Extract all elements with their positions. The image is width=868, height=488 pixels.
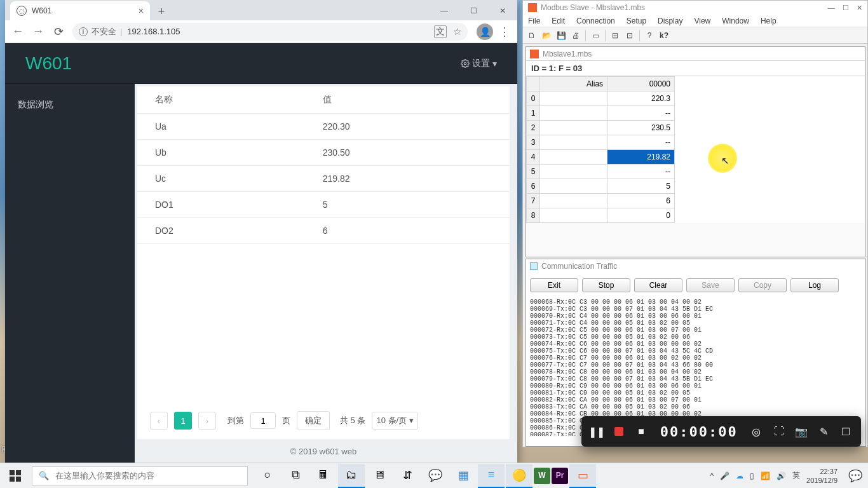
exit-button[interactable]: Exit — [530, 278, 578, 292]
gallery-icon[interactable]: ▦ — [450, 464, 477, 488]
grid-row-selected[interactable]: 4219.82 — [527, 150, 675, 165]
help-icon[interactable]: k? — [658, 29, 670, 42]
calculator-icon[interactable]: 🖩 — [310, 464, 337, 488]
close-tab-icon[interactable]: × — [139, 6, 144, 16]
menu-window[interactable]: Window — [722, 17, 749, 25]
settings-dropdown[interactable]: 设置 ▾ — [461, 58, 497, 69]
app-icon-2[interactable]: ⇵ — [394, 464, 421, 488]
camera-icon[interactable]: 📷 — [791, 419, 811, 444]
grid-row[interactable]: 1-- — [527, 106, 675, 121]
window-maximize[interactable]: ☐ — [459, 1, 488, 20]
page-next[interactable]: › — [198, 412, 216, 430]
total-count: 共 5 条 — [340, 415, 365, 426]
profile-avatar[interactable]: 👤 — [477, 24, 493, 40]
tool2-icon[interactable]: ⊡ — [623, 29, 636, 42]
clear-button[interactable]: Clear — [634, 278, 682, 292]
window-maximize[interactable]: ☐ — [843, 4, 849, 12]
app-icon-1[interactable]: 🖥 — [366, 464, 393, 488]
taskbar-search[interactable]: 🔍 在这里输入你要搜索的内容 — [32, 466, 248, 485]
per-page-select[interactable]: 10 条/页 ▾ — [372, 412, 417, 430]
grid-row[interactable]: 3-- — [527, 135, 675, 150]
cortana-icon[interactable]: ○ — [254, 464, 281, 488]
window-close[interactable]: ✕ — [857, 4, 862, 12]
reload-button[interactable]: ⟳ — [50, 23, 67, 41]
back-button[interactable]: ← — [9, 23, 27, 41]
new-icon[interactable]: 🗋 — [526, 29, 538, 42]
menu-display[interactable]: Display — [658, 17, 682, 25]
system-tray: ^ 🎤 ☁ ▯ 📶 🔊 英 22:37 2019/12/9 — [705, 467, 843, 485]
menu-setup[interactable]: Setup — [627, 17, 646, 25]
window-minimize[interactable]: — — [430, 1, 459, 20]
modbus-task-icon[interactable]: ▭ — [569, 464, 596, 488]
tool-icon[interactable]: ⊟ — [609, 29, 621, 42]
target-icon[interactable]: ◎ — [747, 419, 766, 444]
pause-icon[interactable]: ❚❚ — [587, 419, 606, 444]
menu-view[interactable]: View — [694, 17, 710, 25]
tray-expand-icon[interactable]: ^ — [710, 471, 714, 480]
goto-page-input[interactable] — [250, 412, 276, 429]
open-icon[interactable]: 📂 — [540, 29, 553, 42]
wifi-icon[interactable]: 📶 — [761, 471, 770, 480]
stop-icon[interactable]: ■ — [632, 419, 651, 444]
notification-center-icon[interactable]: 💬 — [843, 463, 868, 489]
goto-confirm-button[interactable]: 确定 — [297, 411, 330, 430]
window-minimize[interactable]: — — [828, 4, 835, 12]
gear-icon — [461, 59, 470, 68]
menu-help[interactable]: Help — [761, 17, 776, 25]
register-grid[interactable]: Alias00000 0220.3 1-- 2230.5 3-- 4219.82… — [526, 76, 865, 223]
stop-button[interactable]: Stop — [582, 278, 630, 292]
cell-value: 230.50 — [305, 140, 510, 166]
menu-connection[interactable]: Connection — [576, 17, 615, 25]
menu-file[interactable]: File — [528, 17, 540, 25]
about-icon[interactable]: ? — [643, 29, 656, 42]
cell-name: Ub — [137, 140, 305, 166]
vscode-icon[interactable]: ≡ — [478, 464, 505, 488]
grid-row[interactable]: 0220.3 — [527, 92, 675, 106]
more-icon[interactable]: ☐ — [836, 419, 856, 444]
grid-row[interactable]: 80 — [527, 208, 675, 223]
grid-row[interactable]: 2230.5 — [527, 121, 675, 135]
task-view-icon[interactable]: ⧉ — [282, 464, 309, 488]
grid-row[interactable]: 65 — [527, 179, 675, 194]
screen-recorder-bar[interactable]: ❚❚ ■ 00:00:00 ◎ ⛶ 📷 ✎ ☐ — [581, 416, 861, 447]
mic-icon[interactable]: 🎤 — [720, 471, 729, 480]
volume-icon[interactable]: 🔊 — [776, 471, 786, 480]
record-icon[interactable] — [609, 419, 628, 444]
battery-icon[interactable]: ▯ — [750, 471, 754, 480]
security-icon[interactable]: ☁ — [736, 471, 743, 480]
ime-indicator[interactable]: 英 — [792, 470, 800, 481]
modbus-titlebar[interactable]: Modbus Slave - Mbslave1.mbs — ☐ ✕ — [523, 1, 867, 15]
connect-icon[interactable]: ▭ — [589, 29, 602, 42]
site-info[interactable]: i 不安全 | — [79, 26, 122, 37]
premiere-icon[interactable]: Pr — [552, 468, 568, 484]
page-prev[interactable]: ‹ — [150, 412, 168, 430]
grid-row[interactable]: 76 — [527, 194, 675, 208]
menu-edit[interactable]: Edit — [552, 17, 565, 25]
new-tab-button[interactable]: + — [153, 3, 170, 20]
mdi-titlebar[interactable]: Mbslave1.mbs — [526, 47, 865, 61]
traffic-log[interactable]: 000068-Rx:0C C3 00 00 00 06 01 03 00 04 … — [526, 297, 865, 436]
page-number-current[interactable]: 1 — [174, 412, 192, 430]
file-explorer-icon[interactable]: 🗂 — [338, 464, 365, 488]
window-close[interactable]: ✕ — [488, 1, 517, 20]
chrome-menu-icon[interactable]: ⋮ — [496, 23, 513, 41]
pen-icon[interactable]: ✎ — [813, 419, 833, 444]
clock[interactable]: 22:37 2019/12/9 — [806, 467, 837, 485]
grid-row[interactable]: 5-- — [527, 165, 675, 179]
bookmark-icon[interactable]: ☆ — [453, 26, 461, 37]
log-button[interactable]: Log — [790, 278, 839, 292]
fullscreen-icon[interactable]: ⛶ — [769, 419, 789, 444]
chrome-icon[interactable]: 🟡 — [506, 464, 532, 488]
cell-name: DO2 — [137, 218, 305, 244]
translate-icon[interactable]: 文 — [434, 25, 447, 38]
word-icon[interactable]: W — [534, 468, 550, 484]
wechat-icon[interactable]: 💬 — [422, 464, 449, 488]
sidebar-item-data-browse[interactable]: 数据浏览 — [5, 93, 135, 117]
print-icon[interactable]: 🖨 — [569, 29, 582, 42]
chrome-toolbar: ← → ⟳ i 不安全 | 192.168.1.105 文 ☆ 👤 ⋮ — [5, 20, 517, 43]
save-icon[interactable]: 💾 — [555, 29, 567, 42]
browser-tab[interactable]: ◌ W601 × — [10, 1, 150, 20]
start-button[interactable] — [0, 463, 31, 489]
cell-value: 5 — [305, 192, 510, 218]
address-bar[interactable]: i 不安全 | 192.168.1.105 文 ☆ — [72, 23, 468, 41]
